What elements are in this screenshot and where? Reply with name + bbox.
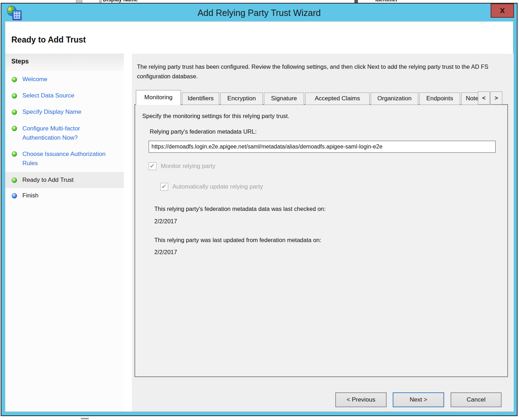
window-title: Add Relying Party Trust Wizard [1, 4, 517, 21]
auto-update-label: Automatically update relying party [172, 183, 263, 190]
last-checked-label: This relying party's federation metadata… [154, 206, 326, 212]
tab-scroll-right-icon[interactable]: > [490, 91, 502, 105]
close-button[interactable]: X [491, 4, 514, 18]
step-complete-icon [12, 77, 17, 82]
auto-update-checkbox[interactable] [160, 183, 168, 191]
step-label: Welcome [22, 75, 48, 84]
sidebar-item-welcome: Welcome [5, 74, 124, 85]
parent-divider-fragment [99, 0, 101, 3]
cancel-button[interactable]: Cancel [451, 392, 502, 407]
step-label: Configure Multi-factor Authentication No… [22, 124, 109, 142]
parent-column-header-fragment-right: Identifier [375, 0, 398, 2]
add-relying-party-trust-wizard-dialog: Add Relying Party Trust Wizard X Ready t… [1, 3, 518, 416]
sidebar-item-configure-mfa: Configure Multi-factor Authentication No… [5, 123, 112, 143]
monitor-relying-party-label: Monitor relying party [161, 163, 215, 170]
steps-sidebar: Steps Welcome Select Data Source Specify… [5, 54, 124, 411]
last-updated-label: This relying party was last updated from… [154, 237, 321, 243]
dialog-body: Ready to Add Trust Steps Welcome Select … [5, 21, 513, 412]
sidebar-item-select-data-source: Select Data Source [5, 90, 124, 101]
steps-header-label: Steps [11, 58, 29, 65]
step-complete-icon [12, 93, 17, 99]
steps-header: Steps [5, 54, 124, 70]
settings-tab-control: Monitoring Identifiers Encryption Signat… [134, 90, 508, 377]
metadata-url-input[interactable] [149, 141, 496, 153]
sidebar-item-choose-issuance-rules: Choose Issuance Authorization Rules [5, 149, 112, 169]
tab-identifiers[interactable]: Identifiers [182, 93, 219, 105]
page-title: Ready to Add Trust [11, 35, 86, 45]
tab-accepted-claims[interactable]: Accepted Claims [305, 93, 370, 105]
tab-signature[interactable]: Signature [264, 93, 304, 105]
tab-endpoints[interactable]: Endpoints [419, 93, 460, 105]
monitoring-tab-panel: Specify the monitoring settings for this… [134, 104, 508, 377]
step-complete-icon [12, 178, 17, 183]
step-pending-icon [12, 193, 17, 198]
tab-organization[interactable]: Organization [371, 93, 418, 105]
parent-window-bottom-sliver [0, 417, 519, 420]
title-bar[interactable]: Add Relying Party Trust Wizard X [1, 4, 517, 21]
previous-button[interactable]: < Previous [335, 392, 387, 407]
sidebar-item-finish: Finish [5, 190, 124, 201]
tab-scroll-left-icon[interactable]: < [478, 91, 490, 105]
step-label: Ready to Add Trust [22, 175, 74, 185]
parent-mark-fragment [81, 418, 89, 419]
last-checked-value: 2/2/2017 [154, 218, 177, 225]
step-complete-icon [12, 151, 17, 157]
step-label: Finish [22, 191, 38, 200]
monitoring-intro-text: Specify the monitoring settings for this… [142, 113, 289, 119]
wizard-content-pane: The relying party trust has been configu… [132, 54, 514, 411]
tab-monitoring[interactable]: Monitoring [136, 90, 181, 105]
parent-window-top-sliver: Display Name Identifier [0, 0, 519, 3]
parent-mark-fragment [354, 0, 358, 3]
metadata-url-label: Relying party's federation metadata URL: [150, 128, 256, 135]
auto-update-row: Automatically update relying party [160, 183, 263, 191]
step-label: Specify Display Name [22, 107, 81, 117]
monitor-relying-party-row: Monitor relying party [149, 162, 215, 170]
next-button[interactable]: Next > [393, 392, 444, 407]
step-complete-icon [12, 110, 17, 115]
step-complete-icon [12, 126, 17, 131]
last-updated-value: 2/2/2017 [154, 249, 177, 256]
sidebar-item-specify-display-name: Specify Display Name [5, 107, 124, 117]
tab-encryption[interactable]: Encryption [220, 93, 263, 105]
step-label: Choose Issuance Authorization Rules [22, 150, 109, 168]
parent-scrollbar-fragment [76, 0, 82, 3]
parent-column-header-fragment: Display Name [103, 0, 138, 2]
sidebar-item-ready-to-add-trust: Ready to Add Trust [5, 172, 124, 188]
monitor-relying-party-checkbox[interactable] [149, 162, 156, 170]
page-description: The relying party trust has been configu… [137, 62, 495, 81]
step-label: Select Data Source [22, 91, 74, 100]
